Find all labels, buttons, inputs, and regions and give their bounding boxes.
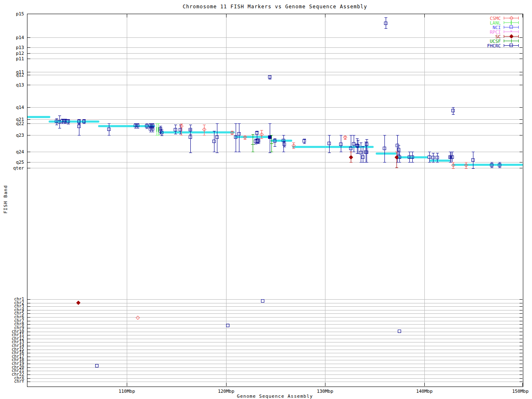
band-tick-label: p14 bbox=[0, 35, 24, 40]
band-tick-label: q22 bbox=[0, 121, 24, 126]
band-tick-label: q24 bbox=[0, 150, 24, 154]
band-tick-label: q12 bbox=[0, 73, 24, 77]
x-tick-label: 150Mbp bbox=[508, 389, 532, 394]
band-tick-label: p11 bbox=[0, 57, 24, 61]
x-tick-label: 110Mbp bbox=[114, 389, 139, 394]
y-axis-title: FISH Band bbox=[3, 177, 8, 222]
band-tick-label: p13 bbox=[0, 45, 24, 50]
band-tick-label: q25 bbox=[0, 160, 24, 165]
x-axis-title: Genome Sequence Assembly bbox=[27, 394, 523, 399]
chromosome-tick-label: chrY bbox=[0, 379, 24, 383]
band-tick-label: q14 bbox=[0, 105, 24, 110]
band-tick-label: p15 bbox=[0, 12, 24, 16]
x-tick-label: 120Mbp bbox=[214, 389, 239, 394]
plot-border bbox=[27, 14, 523, 387]
chart-title: Chromosome 11 FISH Markers vs Genome Seq… bbox=[27, 4, 523, 10]
x-tick-label: 130Mbp bbox=[313, 389, 337, 394]
band-tick-label: q23 bbox=[0, 133, 24, 138]
band-tick-label: q13 bbox=[0, 83, 24, 87]
x-tick-label: 140Mbp bbox=[412, 389, 437, 394]
band-tick-label: p12 bbox=[0, 51, 24, 56]
chart-canvas: Chromosome 11 FISH Markers vs Genome Seq… bbox=[0, 0, 532, 399]
band-tick-label: qter bbox=[0, 166, 24, 170]
